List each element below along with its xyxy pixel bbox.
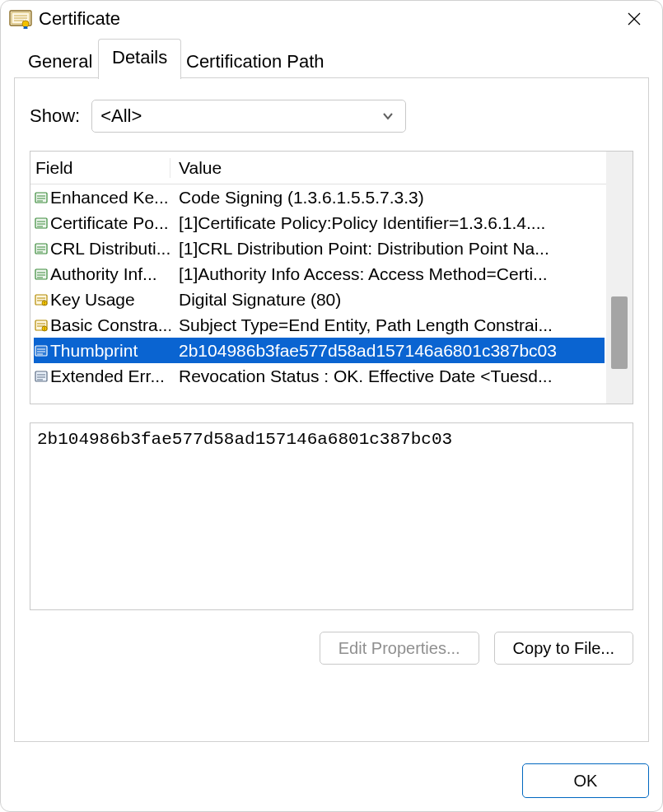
cell-value: [1]Certificate Policy:Policy Identifier=…	[170, 213, 606, 233]
list-row[interactable]: Certificate Po...[1]Certificate Policy:P…	[30, 210, 606, 236]
show-row: Show: <All>	[30, 100, 633, 133]
cell-field: Extended Err...	[30, 366, 170, 386]
listview-rows: Enhanced Ke...Code Signing (1.3.6.1.5.5.…	[30, 184, 606, 389]
list-row[interactable]: Basic Constra...Subject Type=End Entity,…	[30, 312, 606, 338]
cell-field-text: Extended Err...	[50, 366, 165, 386]
detail-value-box[interactable]: 2b104986b3fae577d58ad157146a6801c387bc03	[30, 422, 633, 610]
listview-content: Field Value Enhanced Ke...Code Signing (…	[30, 152, 606, 404]
list-row[interactable]: Extended Err...Revocation Status : OK. E…	[30, 363, 606, 389]
tab-strip: General Details Certification Path	[14, 37, 649, 78]
cell-field: Key Usage	[30, 290, 170, 310]
tab-certification-path[interactable]: Certification Path	[172, 44, 339, 78]
cell-value: 2b104986b3fae577d58ad157146a6801c387bc03	[170, 341, 605, 361]
chevron-down-icon	[382, 110, 394, 122]
tab-general[interactable]: General	[14, 44, 106, 78]
cell-value: Code Signing (1.3.6.1.5.5.7.3.3)	[170, 188, 606, 208]
cell-field: Certificate Po...	[30, 213, 170, 233]
svg-point-35	[44, 329, 44, 329]
tab-certpath-label: Certification Path	[186, 51, 324, 72]
tab-details-label: Details	[112, 47, 167, 68]
cell-field-text: Key Usage	[50, 290, 135, 310]
column-header-field[interactable]: Field	[30, 158, 170, 178]
cell-field: Basic Constra...	[30, 315, 170, 335]
cell-field: Thumbprint	[34, 341, 170, 361]
panel-buttons: Edit Properties... Copy to File...	[30, 632, 633, 665]
listview-scrollbar[interactable]	[606, 152, 633, 404]
column-header-value[interactable]: Value	[170, 158, 606, 178]
close-icon	[627, 12, 642, 26]
tab-general-label: General	[28, 51, 92, 72]
cell-field-text: Certificate Po...	[50, 213, 169, 233]
cell-value: Revocation Status : OK. Effective Date <…	[170, 366, 606, 386]
cell-field: CRL Distributi...	[30, 239, 170, 259]
cell-field-text: Thumbprint	[50, 341, 138, 361]
cell-value: [1]CRL Distribution Point: Distribution …	[170, 239, 606, 259]
cell-field: Enhanced Ke...	[30, 188, 170, 208]
svg-point-29	[44, 303, 44, 304]
title-bar: Certificate	[1, 1, 662, 37]
cell-value: [1]Authority Info Access: Access Method=…	[170, 264, 606, 284]
scrollbar-thumb[interactable]	[611, 296, 628, 369]
close-button[interactable]	[621, 6, 647, 32]
fields-listview: Field Value Enhanced Ke...Code Signing (…	[30, 151, 633, 404]
tab-details[interactable]: Details	[98, 39, 181, 79]
copy-to-file-button[interactable]: Copy to File...	[494, 632, 633, 665]
cell-field-text: Authority Inf...	[50, 264, 157, 284]
cell-field-text: Basic Constra...	[50, 315, 170, 335]
list-row[interactable]: Authority Inf...[1]Authority Info Access…	[30, 261, 606, 287]
dialog-footer: OK	[1, 755, 662, 811]
cell-value: Subject Type=End Entity, Path Length Con…	[170, 315, 606, 335]
certificate-dialog: Certificate General Details Certificatio…	[0, 0, 663, 812]
title-left: Certificate	[9, 8, 120, 30]
svg-point-5	[22, 21, 29, 27]
list-row[interactable]: Thumbprint2b104986b3fae577d58ad157146a68…	[34, 338, 605, 363]
cell-field: Authority Inf...	[30, 264, 170, 284]
cell-value: Digital Signature (80)	[170, 290, 606, 310]
dialog-body: General Details Certification Path Show:…	[1, 37, 662, 755]
details-panel: Show: <All> Field Value Enhanced Ke...Co…	[14, 78, 649, 742]
cell-field-text: Enhanced Ke...	[50, 188, 169, 208]
list-row[interactable]: CRL Distributi...[1]CRL Distribution Poi…	[30, 236, 606, 261]
show-combobox-value: <All>	[100, 105, 142, 127]
ok-button[interactable]: OK	[522, 763, 649, 798]
list-row[interactable]: Enhanced Ke...Code Signing (1.3.6.1.5.5.…	[30, 184, 606, 210]
show-label: Show:	[30, 105, 80, 127]
list-row[interactable]: Key UsageDigital Signature (80)	[30, 287, 606, 312]
certificate-icon	[9, 9, 32, 29]
window-title: Certificate	[39, 8, 120, 30]
edit-properties-button[interactable]: Edit Properties...	[320, 632, 479, 665]
show-combobox[interactable]: <All>	[91, 100, 406, 133]
listview-header[interactable]: Field Value	[30, 152, 606, 184]
cell-field-text: CRL Distributi...	[50, 239, 170, 259]
